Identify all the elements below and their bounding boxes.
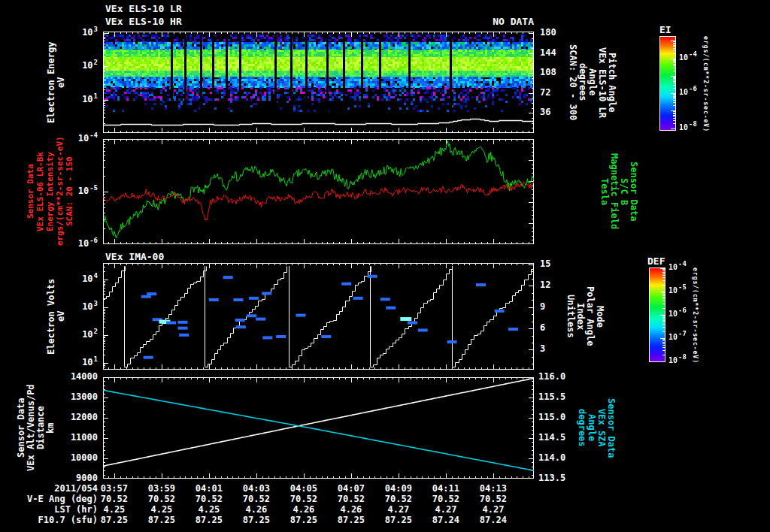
intensity-bfield-canvas (103, 139, 534, 244)
footer-value: 4.27 (472, 504, 514, 515)
axis-label-line: eV (56, 263, 66, 370)
ima-spectrogram-canvas (103, 263, 534, 370)
axis-label-line: Polar Angle (585, 263, 595, 370)
axis-label-line: SCAN: 20 - 150 (65, 138, 74, 246)
tick-label: 144 (540, 47, 556, 58)
colorbar-def-title: DEF (647, 255, 665, 267)
colorbar-ei-units: ergs/(cm**2-sr-sec-eV) (702, 36, 709, 134)
colorbar-tick-label: 10-8 (679, 123, 697, 131)
panel1-title-line2: VEx ELS-10 HR (105, 16, 182, 27)
orbit-canvas (103, 377, 534, 479)
axis-label-line: Sensor Data (606, 377, 616, 479)
footer-value: 4.25 (141, 504, 183, 515)
axis-label-line: Magnetic Field (609, 139, 619, 244)
footer-value: 70.52 (330, 494, 372, 504)
time-tick-label: 04:09 (380, 483, 417, 494)
footer-value: 87.25 (188, 515, 230, 525)
tick-label: 180 (540, 27, 556, 38)
tick-label: 108 (540, 67, 556, 77)
axis-label-line: Angle (587, 32, 597, 133)
footer-value: 87.25 (377, 515, 420, 525)
axis-label-line: Sensor Data (629, 139, 638, 244)
footer-value: 87.25 (283, 515, 325, 525)
colorbar-tick-label: 10-4 (679, 53, 697, 62)
colorbar-tick-label: 10-5 (668, 286, 687, 295)
axis-label-line: VEx SZA (596, 377, 606, 479)
panel3-title: VEx IMA-00 (105, 251, 164, 262)
footer-value: 87.25 (141, 515, 183, 525)
footer-value: 70.52 (188, 494, 230, 504)
time-tick-label: 04:07 (333, 483, 369, 494)
colorbar-def (649, 268, 667, 362)
axis-label-line: Unitless (565, 263, 575, 370)
footer-value: 4.26 (235, 504, 277, 515)
footer-value: 70.52 (283, 494, 325, 504)
colorbar-tick-label: 10-8 (668, 356, 687, 364)
colorbar-tick-label: 10-6 (668, 310, 687, 318)
time-tick-label: 03:57 (96, 483, 132, 494)
footer-value: 70.52 (235, 494, 277, 504)
footer-value: 70.52 (141, 494, 183, 504)
time-tick-label: 04:05 (286, 483, 322, 494)
footer-value: 4.27 (377, 504, 420, 515)
colorbar-tick-label: 10-4 (668, 263, 687, 271)
footer-value: 4.26 (330, 504, 372, 515)
time-tick-label: 04:13 (475, 483, 511, 494)
els-spectrogram-canvas (103, 32, 534, 133)
footer-value: 87.25 (93, 515, 135, 525)
tick-label: 115.5 (538, 391, 565, 402)
footer-value: 4.25 (188, 504, 230, 515)
footer-value: 87.24 (425, 515, 467, 525)
footer-value: 4.25 (93, 504, 135, 515)
axis-label-line: Sensor Data (26, 138, 35, 246)
panel1-right-axis-label: Pitch AngleVEx ELS-10 LRAngledegreesSCAN… (564, 32, 617, 133)
footer-value: 70.52 (472, 494, 514, 504)
colorbar-ei (659, 36, 678, 131)
tick-label: 12 (540, 280, 550, 290)
colorbar-def-units: ergs/(cm**2-sr-sec-eV) (692, 268, 699, 365)
time-tick-label: 04:03 (238, 483, 274, 494)
footer-value: 70.52 (377, 494, 420, 504)
footer-row-label: V-E Ang (deg) (0, 494, 98, 504)
vex-quicklook-page: VEx ELS-10 LR VEx ELS-10 HR NO DATA VEx … (0, 0, 770, 532)
axis-label-line: Index (575, 263, 585, 370)
panel1-left-axis-label: Electron EnergyeV (47, 32, 72, 133)
axis-label-line: Energy Intensity (45, 138, 55, 246)
tick-label: 3 (540, 343, 545, 354)
tick-label: 9 (540, 301, 545, 312)
time-tick-label: 03:59 (144, 483, 180, 494)
footer-value: 4.27 (425, 504, 467, 515)
footer-value: 87.25 (235, 515, 277, 525)
time-tick-label: 04:01 (191, 483, 227, 494)
axis-label-line: km (46, 377, 56, 479)
axis-label-line: VEx ELS-10 LR (597, 32, 607, 133)
tick-label: 72 (540, 87, 550, 98)
time-tick-label: 04:11 (428, 483, 464, 494)
date-label: 2011/054 (0, 483, 98, 494)
axis-label-line: VEx ELS-06 LR-Bk (35, 138, 45, 246)
axis-label-line: Angle (587, 377, 596, 479)
colorbar-tick-label: 10-6 (679, 88, 697, 96)
footer-value: 87.24 (472, 515, 514, 525)
tick-label: 15 (540, 258, 550, 269)
panel2-right-axis-label: Sensor DataS/C BMagnetic FieldTesla (596, 139, 638, 244)
panel1-title-line1: VEx ELS-10 LR (105, 3, 182, 14)
panel3-right-axis-label: ModePolar AngleIndexUnitless (562, 263, 605, 370)
panel4-left-axis-label: Sensor DataVEx Alt/Venus/PdDistancekm (17, 377, 59, 479)
colorbar-tick-label: 10-7 (668, 333, 687, 341)
axis-label-line: Pitch Angle (607, 32, 617, 133)
panel3-left-axis-label: Electron VoltseV (47, 263, 72, 370)
tick-label: 114.0 (538, 452, 565, 463)
axis-label-line: eV (56, 32, 66, 133)
footer-value: 87.25 (330, 515, 372, 525)
axis-label-line: SCAN: 20 - 300 (568, 32, 578, 133)
tick-label: 6 (540, 322, 545, 333)
axis-label-line: degrees (578, 32, 587, 133)
no-data-label: NO DATA (451, 16, 534, 27)
footer-row-label: LST (hr) (0, 504, 98, 515)
axis-label-line: Mode (595, 263, 605, 370)
panel4-right-axis-label: Sensor DataVEx SZAAngledegrees (574, 377, 616, 479)
axis-label-line: S/C B (619, 139, 629, 244)
tick-label: 116.0 (538, 371, 565, 382)
panel2-left-axis-label: Sensor DataVEx ELS-06 LR-BkEnergy Intens… (26, 138, 77, 246)
